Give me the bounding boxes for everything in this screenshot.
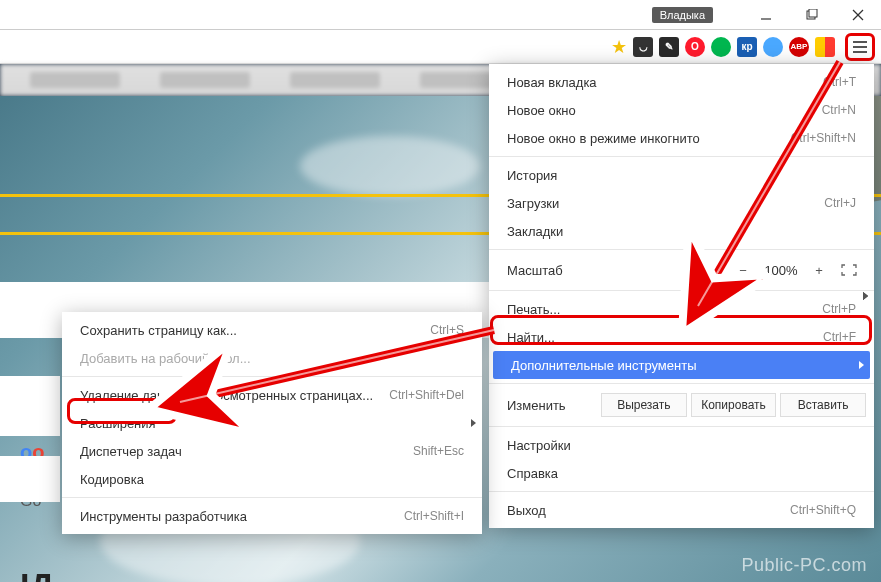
edit-label: Изменить (507, 398, 597, 413)
watermark: Public-PC.com (741, 555, 867, 576)
fullscreen-button[interactable] (834, 264, 864, 276)
menu-help[interactable]: Справка (489, 459, 874, 487)
zoom-in-button[interactable]: + (804, 263, 834, 278)
menu-bookmarks[interactable]: Закладки (489, 217, 874, 245)
page-big-text: ІД (20, 566, 54, 582)
extension-abp-icon[interactable]: ABP (789, 37, 809, 57)
menu-print[interactable]: Печать...Ctrl+P (489, 295, 874, 323)
extension-evernote-icon[interactable]: ✎ (659, 37, 679, 57)
menu-edit-row: Изменить Вырезать Копировать Вставить (489, 388, 874, 422)
menu-new-window[interactable]: Новое окноCtrl+N (489, 96, 874, 124)
close-button[interactable] (835, 0, 881, 30)
menu-downloads[interactable]: ЗагрузкиCtrl+J (489, 189, 874, 217)
extension-drop-icon[interactable] (763, 37, 783, 57)
window-titlebar: Владыка (0, 0, 881, 30)
bookmark-star-icon[interactable]: ★ (611, 36, 627, 58)
edit-paste-button[interactable]: Вставить (780, 393, 866, 417)
edit-cut-button[interactable]: Вырезать (601, 393, 687, 417)
submenu-save-page[interactable]: Сохранить страницу как...Ctrl+S (62, 316, 482, 344)
zoom-label: Масштаб (507, 263, 728, 278)
submenu-add-desktop[interactable]: Добавить на рабочий стол... (62, 344, 482, 372)
extension-kp-icon[interactable]: кр (737, 37, 757, 57)
submenu-extensions[interactable]: Расширения (62, 409, 482, 437)
svg-rect-2 (809, 9, 817, 17)
profile-badge[interactable]: Владыка (652, 7, 713, 23)
menu-incognito[interactable]: Новое окно в режиме инкогнитоCtrl+Shift+… (489, 124, 874, 152)
main-menu-dropdown: Новая вкладкаCtrl+T Новое окноCtrl+N Нов… (489, 64, 874, 528)
menu-exit[interactable]: ВыходCtrl+Shift+Q (489, 496, 874, 524)
menu-more-tools[interactable]: Дополнительные инструменты (493, 351, 870, 379)
zoom-value: 100% (758, 263, 804, 278)
extension-yandex-icon[interactable] (815, 37, 835, 57)
menu-zoom-row: Масштаб − 100% + (489, 254, 874, 286)
extension-pocket-icon[interactable]: ◡ (633, 37, 653, 57)
submenu-clear-data[interactable]: Удаление данных о просмотренных страница… (62, 381, 482, 409)
submenu-task-manager[interactable]: Диспетчер задачShift+Esc (62, 437, 482, 465)
extension-green-icon[interactable] (711, 37, 731, 57)
menu-settings[interactable]: Настройки (489, 431, 874, 459)
browser-toolbar: ★ ◡ ✎ O кр ABP (0, 30, 881, 64)
main-menu-button[interactable] (845, 33, 875, 61)
maximize-button[interactable] (789, 0, 835, 30)
menu-history[interactable]: История (489, 161, 874, 189)
extension-opera-icon[interactable]: O (685, 37, 705, 57)
menu-new-tab[interactable]: Новая вкладкаCtrl+T (489, 68, 874, 96)
zoom-out-button[interactable]: − (728, 263, 758, 278)
edit-copy-button[interactable]: Копировать (691, 393, 777, 417)
submenu-encoding[interactable]: Кодировка (62, 465, 482, 493)
more-tools-submenu: Сохранить страницу как...Ctrl+S Добавить… (62, 312, 482, 534)
submenu-dev-tools[interactable]: Инструменты разработчикаCtrl+Shift+I (62, 502, 482, 530)
menu-find[interactable]: Найти...Ctrl+F (489, 323, 874, 351)
minimize-button[interactable] (743, 0, 789, 30)
